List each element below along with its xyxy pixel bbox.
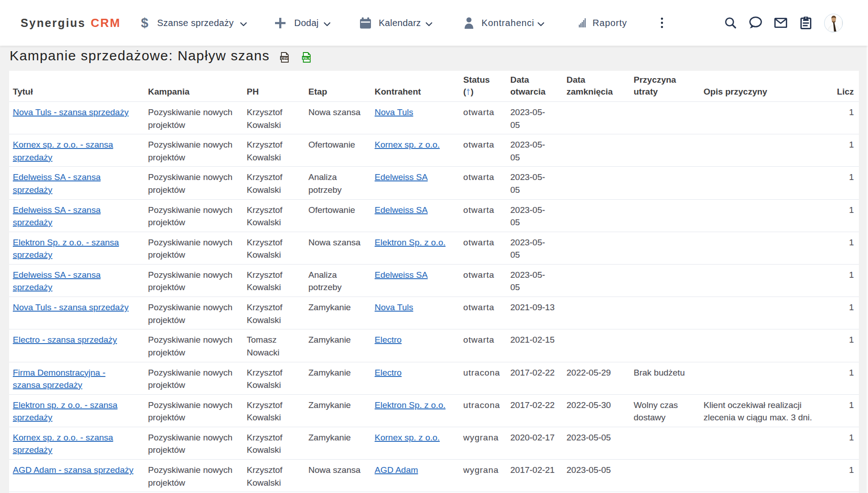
svg-text:$: $	[141, 16, 148, 30]
svg-text:XSLX: XSLX	[302, 56, 311, 59]
svg-text:CSV: CSV	[281, 56, 287, 60]
